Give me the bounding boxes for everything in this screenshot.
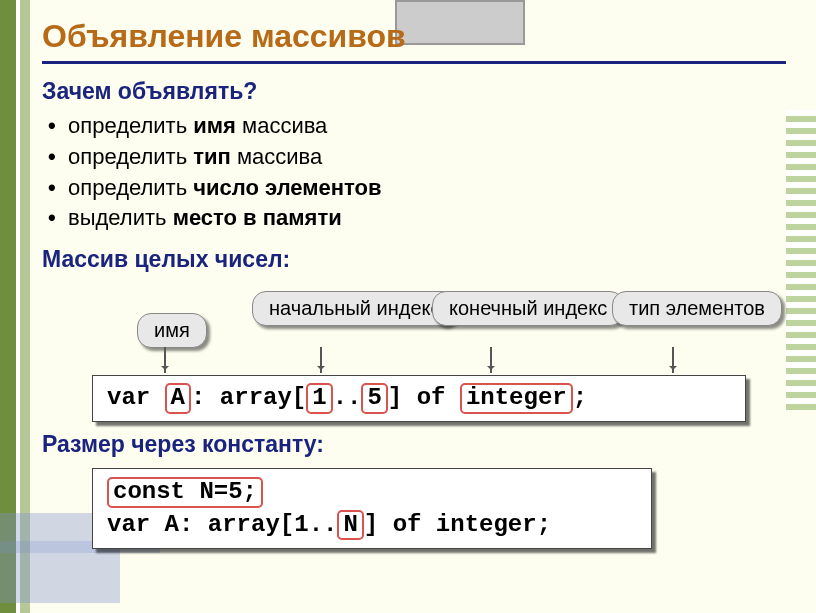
code-const-n: N [337, 510, 363, 540]
slide: Объявление массивов Зачем объявлять? опр… [42, 18, 786, 599]
code-const-line: const N=5; [107, 477, 263, 507]
callout-start-index: начальный индекс [252, 291, 458, 326]
connector [320, 347, 322, 373]
int-array-heading: Массив целых чисел: [42, 246, 786, 273]
code-elem-type: integer [460, 383, 573, 413]
connector [490, 347, 492, 373]
deco-right-hatch [786, 110, 816, 410]
callout-name: имя [137, 313, 207, 348]
code-end-index: 5 [361, 383, 387, 413]
declaration-diagram: имя начальный индекс конечный индекс тип… [42, 291, 786, 421]
list-item: определить число элементов [70, 173, 786, 204]
code-const-declaration: const N=5; var A: array[1..N] of integer… [92, 468, 652, 549]
connector [164, 347, 166, 373]
list-item: определить тип массива [70, 142, 786, 173]
title-rule [42, 61, 786, 64]
list-item: определить имя массива [70, 111, 786, 142]
code-declaration: var A: array[1..5] of integer; [92, 375, 746, 421]
const-heading: Размер через константу: [42, 431, 786, 458]
why-heading: Зачем объявлять? [42, 78, 786, 105]
why-list: определить имя массива определить тип ма… [42, 111, 786, 234]
code-array-name: A [165, 383, 191, 413]
callout-elem-type: тип элементов [612, 291, 782, 326]
slide-title: Объявление массивов [42, 18, 786, 55]
code-start-index: 1 [306, 383, 332, 413]
connector [672, 347, 674, 373]
list-item: выделить место в памяти [70, 203, 786, 234]
callout-end-index: конечный индекс [432, 291, 624, 326]
